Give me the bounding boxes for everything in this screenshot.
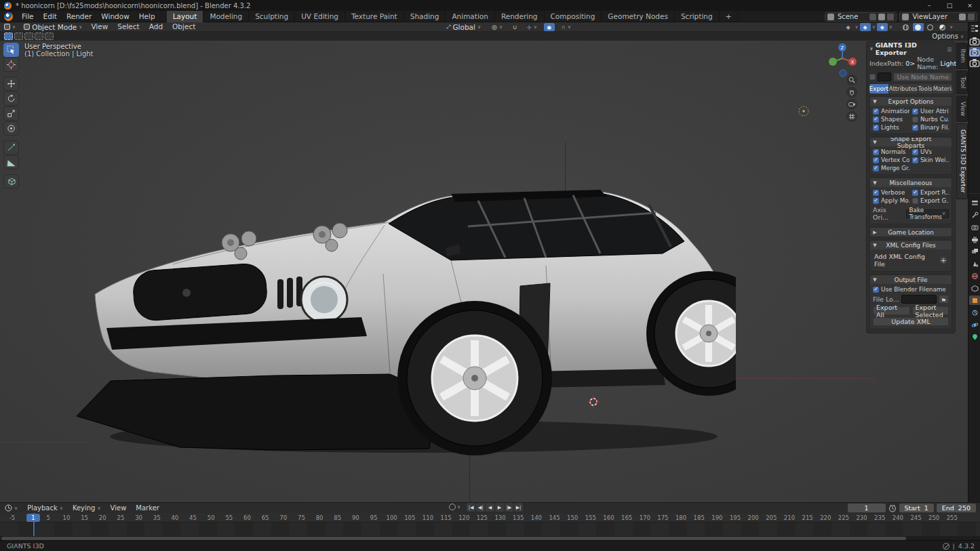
checkbox-box[interactable] (912, 198, 918, 204)
section-header-game-location[interactable]: ▶Game Location (870, 228, 952, 237)
start-frame-field[interactable]: Start1 (899, 504, 934, 512)
axis-orientation-dropdown[interactable]: Bake Transforms∨ (906, 209, 949, 218)
shading-solid-button[interactable] (913, 23, 924, 31)
outliner-filter-icon[interactable] (971, 24, 979, 35)
navigation-gizmo[interactable]: Z X (826, 42, 859, 77)
workspace-tab-modeling[interactable]: Modeling (203, 11, 249, 22)
light-object-indicator[interactable] (797, 104, 810, 118)
checkbox-shapes[interactable]: ✓Shapes (873, 116, 909, 123)
timeline-tracks[interactable] (0, 523, 980, 536)
workspace-tab-geometry-nodes[interactable]: Geometry Nodes (602, 11, 675, 22)
update-xml-button[interactable]: Update XML (873, 317, 949, 326)
pivot-point-dropdown[interactable]: ◎∨ (488, 22, 507, 32)
shading-dropdown[interactable]: ∨ (949, 24, 953, 30)
workspace-tab-sculpting[interactable]: Sculpting (249, 11, 295, 22)
shading-wireframe-button[interactable] (901, 23, 912, 31)
exporter-tab-tools[interactable]: Tools (918, 84, 933, 94)
checkbox-apply-mo-[interactable]: ✓Apply Mo... (873, 197, 909, 204)
tool-move[interactable] (3, 77, 19, 91)
timeline-editor-type-selector[interactable]: ∨ (0, 503, 22, 514)
tool-scale[interactable] (3, 106, 19, 121)
checkbox-box[interactable]: ✓ (873, 190, 879, 196)
viewport-menu-select[interactable]: Select (113, 21, 144, 33)
select-mode-set[interactable] (4, 33, 13, 40)
timeline-menu-view[interactable]: View (106, 503, 132, 514)
section-header-shape-export-subparts[interactable]: ▼Shape Export Subparts (870, 138, 952, 146)
checkbox-box[interactable]: ✓ (912, 125, 918, 131)
properties-tab-object[interactable] (969, 295, 980, 305)
section-header-xml-config-files[interactable]: ▼XML Config Files (870, 241, 952, 249)
tool-add-cube[interactable] (3, 174, 19, 188)
timeline-menu-marker[interactable]: Marker (131, 503, 164, 514)
close-button[interactable]: × (960, 0, 980, 11)
new-viewlayer-icon[interactable] (959, 14, 966, 20)
overlays-toggle[interactable]: ◈ (877, 23, 888, 31)
tool-measure[interactable] (3, 155, 19, 169)
menu-help[interactable]: Help (134, 11, 160, 22)
checkbox-export-r-[interactable]: ✓Export R... (912, 189, 949, 196)
timeline-menu-playback[interactable]: Playback∨ (22, 503, 68, 514)
outliner-item-camera-0[interactable] (969, 36, 980, 46)
viewport-menu-add[interactable]: Add (144, 21, 168, 33)
snap-toggle[interactable]: ∪ (509, 23, 520, 31)
checkbox-box[interactable]: ✓ (912, 190, 918, 196)
properties-tab-collection[interactable] (969, 283, 980, 293)
checkbox-nurbs-cu-[interactable]: Nurbs Cu... (912, 116, 949, 123)
options-dropdown[interactable]: Options∨ (932, 33, 964, 40)
checkbox-box[interactable] (912, 117, 918, 123)
sidebar-tab-item[interactable]: Item (956, 43, 968, 69)
exporter-tab-attributes[interactable]: Attributes (889, 84, 918, 94)
menu-window[interactable]: Window (96, 11, 134, 22)
checkbox-skin-wei-[interactable]: ✓Skin Wei... (912, 157, 949, 163)
panel-drag-handle-icon[interactable]: ≡ (947, 45, 952, 53)
menu-edit[interactable]: Edit (39, 11, 62, 22)
tool-annotate[interactable] (3, 140, 19, 155)
exporter-tab-material[interactable]: Material (933, 84, 952, 94)
node-name-checkbox[interactable] (869, 74, 876, 80)
properties-tab-view-layer[interactable] (969, 247, 980, 256)
checkbox-box[interactable]: ✓ (873, 157, 879, 163)
exporter-panel-header[interactable]: ∨ GIANTS I3D Exporter ≡ (869, 44, 952, 54)
checkbox-box[interactable]: ✓ (873, 165, 879, 171)
checkbox-binary-fil-[interactable]: ✓Binary Fil... (912, 124, 949, 131)
jump-to-end-button[interactable]: ▶| (514, 503, 523, 512)
viewport-menu-object[interactable]: Object (168, 21, 200, 33)
jump-to-prev-keyframe-button[interactable]: ◀| (476, 503, 485, 512)
tool-rotate[interactable] (3, 91, 19, 106)
timeline-menu-keying[interactable]: Keying∨ (68, 503, 106, 514)
exporter-tab-export[interactable]: Export (869, 84, 889, 94)
viewlayer-selector[interactable]: ViewLayer (899, 12, 977, 22)
sidebar-tab-giants-i3d-exporter[interactable]: GIANTS I3D Exporter (956, 123, 968, 199)
gizmos-dropdown[interactable]: ∨ (872, 24, 876, 30)
outliner-item-camera-1[interactable] (969, 47, 980, 57)
export-selected-button[interactable]: Export Selected (912, 306, 949, 315)
viewport-3d[interactable]: User Perspective (1) Collection | Light … (0, 41, 968, 502)
pin-icon[interactable] (869, 14, 876, 20)
select-mode-extend[interactable] (14, 33, 23, 40)
checkbox-box[interactable]: ✓ (912, 157, 918, 163)
mode-dropdown[interactable]: Object Mode∨ (20, 22, 86, 32)
menu-render[interactable]: Render (62, 11, 96, 22)
auto-keying-toggle[interactable]: ∨ (449, 504, 460, 510)
jump-to-next-keyframe-button[interactable]: |▶ (505, 503, 513, 512)
sidebar-tab-tool[interactable]: Tool (956, 70, 968, 94)
sidebar-tab-view[interactable]: View (956, 96, 968, 122)
snap-target-dropdown[interactable]: ⊹∨ (523, 22, 541, 32)
file-location-input[interactable] (901, 295, 937, 304)
checkbox-box[interactable]: ✓ (912, 149, 918, 155)
blender-menu-icon[interactable] (4, 12, 13, 21)
workspace-tab-rendering[interactable]: Rendering (495, 11, 545, 22)
tool-select-box[interactable] (3, 43, 19, 57)
minimize-button[interactable]: – (919, 0, 939, 11)
shading-rendered-button[interactable] (937, 23, 948, 31)
editor-type-selector[interactable]: ∨ (0, 22, 20, 32)
add-workspace-button[interactable]: + (720, 11, 739, 22)
checkbox-box[interactable]: ✓ (873, 108, 879, 115)
properties-tab-editor-type[interactable] (969, 198, 980, 207)
export-all-button[interactable]: Export All (873, 306, 910, 315)
workspace-tab-animation[interactable]: Animation (446, 11, 495, 22)
checkbox-box[interactable]: ✓ (912, 108, 918, 115)
checkbox-normals[interactable]: ✓Normals (873, 148, 909, 155)
properties-tab-scene[interactable] (969, 259, 980, 268)
select-mode-intersect[interactable] (45, 33, 54, 40)
